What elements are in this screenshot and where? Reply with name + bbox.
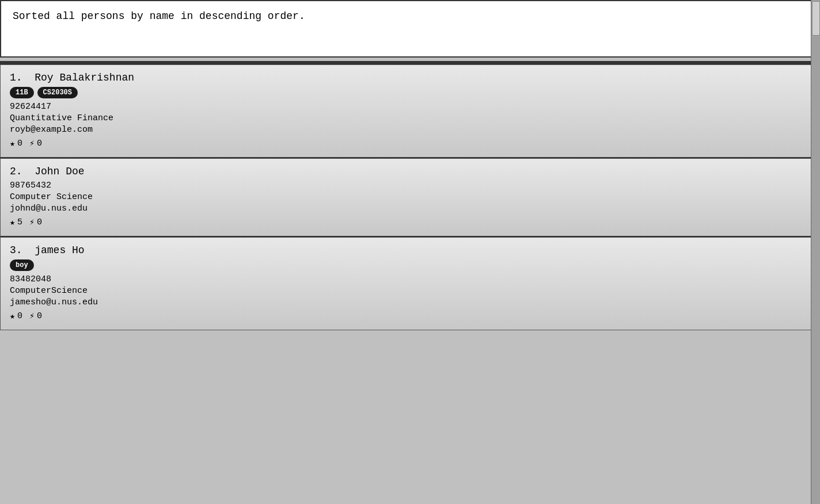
- person-major: Computer Science: [10, 192, 810, 202]
- star-icon: ★: [10, 311, 15, 322]
- star-stat: ★ 5: [10, 217, 22, 228]
- person-email: jamesho@u.nus.edu: [10, 297, 810, 307]
- scrollbar[interactable]: [811, 0, 820, 504]
- tags-row: boy: [10, 259, 810, 271]
- zap-stat: ⚡ 0: [29, 311, 42, 322]
- tag: CS2030S: [37, 87, 78, 98]
- zap-icon: ⚡: [29, 217, 35, 228]
- person-name: 1. Roy Balakrishnan: [10, 72, 810, 83]
- person-stats: ★ 0 ⚡ 0: [10, 138, 810, 149]
- person-major: ComputerScience: [10, 286, 810, 296]
- star-stat: ★ 0: [10, 311, 22, 322]
- scrollbar-thumb[interactable]: [812, 1, 820, 36]
- zap-count: 0: [37, 311, 42, 321]
- list-item[interactable]: 3. james Ho boy 83482048 ComputerScience…: [0, 237, 820, 330]
- person-name: 2. John Doe: [10, 166, 810, 177]
- tag: 11B: [10, 87, 34, 98]
- list-container: 1. Roy Balakrishnan 11BCS2030S 92624417 …: [0, 64, 820, 330]
- person-phone: 98765432: [10, 181, 810, 190]
- tags-row: 11BCS2030S: [10, 87, 810, 98]
- list-item[interactable]: 2. John Doe 98765432 Computer Science jo…: [0, 158, 820, 237]
- person-phone: 92624417: [10, 102, 810, 112]
- star-count: 5: [17, 217, 22, 227]
- star-icon: ★: [10, 217, 15, 228]
- person-email: royb@example.com: [10, 125, 810, 135]
- person-name: 3. james Ho: [10, 245, 810, 256]
- top-panel: Sorted all persons by name in descending…: [0, 0, 820, 58]
- zap-count: 0: [37, 139, 42, 148]
- zap-stat: ⚡ 0: [29, 217, 42, 228]
- tag: boy: [10, 259, 34, 271]
- status-message: Sorted all persons by name in descending…: [13, 10, 305, 22]
- person-phone: 83482048: [10, 274, 810, 284]
- star-count: 0: [17, 139, 22, 148]
- list-item[interactable]: 1. Roy Balakrishnan 11BCS2030S 92624417 …: [0, 64, 820, 158]
- person-email: johnd@u.nus.edu: [10, 204, 810, 213]
- star-count: 0: [17, 311, 22, 321]
- person-stats: ★ 5 ⚡ 0: [10, 217, 810, 228]
- person-stats: ★ 0 ⚡ 0: [10, 311, 810, 322]
- zap-count: 0: [37, 217, 42, 227]
- zap-stat: ⚡ 0: [29, 138, 42, 149]
- person-major: Quantitative Finance: [10, 113, 810, 123]
- zap-icon: ⚡: [29, 311, 35, 322]
- star-stat: ★ 0: [10, 138, 22, 149]
- zap-icon: ⚡: [29, 138, 35, 149]
- star-icon: ★: [10, 138, 15, 149]
